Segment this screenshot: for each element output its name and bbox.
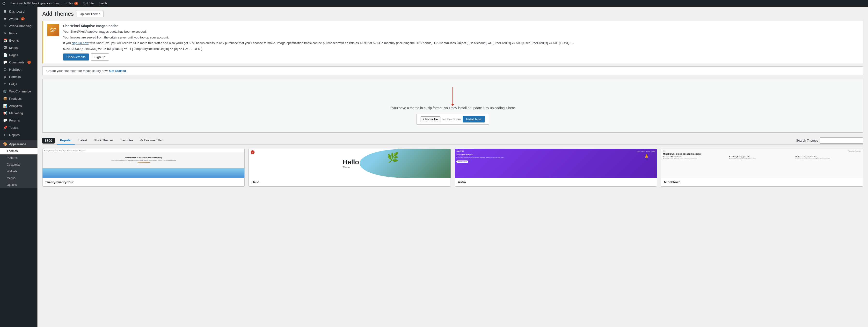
sidebar-item-avada[interactable]: ★ Avada 3 <box>0 15 37 22</box>
sidebar-item-label: Comments <box>9 60 24 64</box>
sidebar-item-analytics[interactable]: 📊 Analytics <box>0 102 37 109</box>
theme-info-4: Mindblown <box>661 178 863 186</box>
sidebar-item-avada-branding[interactable]: ☆ Avada Branding <box>0 22 37 30</box>
sidebar-item-marketing[interactable]: 📢 Marketing <box>0 109 37 117</box>
marketing-icon: 📢 <box>3 111 7 115</box>
theme-1-button <box>137 162 150 163</box>
theme-4-preview: TTG Philosophy ▾ Recently ▾ Mindblown: a… <box>661 149 863 178</box>
sidebar-item-comments[interactable]: 💬 Comments 1 <box>0 59 37 66</box>
sidebar-item-replies[interactable]: ↩ Replies <box>0 131 37 138</box>
sidebar-item-label: Dashboard <box>9 10 25 13</box>
wp-logo-icon[interactable]: ⚙ <box>2 1 6 6</box>
sidebar-item-widgets[interactable]: Widgets <box>0 168 37 175</box>
upload-zone-text: If you have a theme in a .zip format, yo… <box>50 106 855 110</box>
sidebar-item-patterns[interactable]: Patterns <box>0 155 37 161</box>
sidebar-item-label: Avada <box>9 17 18 21</box>
theme-4-col-text-1: Aristotle's take on ethics examines the … <box>663 158 728 159</box>
theme-card-astra[interactable]: ⊛ ASTRA Home About Services Contact Your… <box>455 148 657 187</box>
theme-2-tagline: Theme <box>342 166 359 169</box>
sidebar-item-options[interactable]: Options <box>0 182 37 188</box>
topics-icon: 📌 <box>3 126 7 130</box>
admin-bar-events[interactable]: Events <box>97 2 108 5</box>
signup-link[interactable]: sign-up now <box>71 41 89 45</box>
upload-theme-button[interactable]: Upload Theme <box>76 11 103 17</box>
sidebar-item-posts[interactable]: ✏ Posts <box>0 30 37 37</box>
sidebar-item-customize[interactable]: Customize <box>0 161 37 168</box>
info-bar: Create your first folder for media libra… <box>42 66 863 75</box>
theme-info-2: Hello <box>249 178 451 186</box>
theme-2-text-block: Hello Theme <box>340 158 359 169</box>
theme-thumbnail-3: ⊛ ASTRA Home About Services Contact Your… <box>455 149 657 178</box>
sidebar-item-pages[interactable]: 📄 Pages <box>0 51 37 59</box>
signup-button[interactable]: Sign-up <box>91 54 109 60</box>
theme-4-col-text-3: A major vision defining philosophy and r… <box>796 158 861 159</box>
sidebar-item-portfolio[interactable]: ◈ Portfolio <box>0 73 37 80</box>
products-icon: 📦 <box>3 97 7 101</box>
theme-3-nav-about: About <box>642 151 645 152</box>
appearance-icon: 🎨 <box>3 142 7 146</box>
analytics-icon: 📊 <box>3 104 7 108</box>
theme-card-twenty-twenty-four[interactable]: Twenty Twenty Four Home Pages Patterns T… <box>42 148 245 187</box>
theme-4-title: Mindblown: a blog about philosophy. <box>663 153 861 155</box>
sidebar-item-topics[interactable]: 📌 Topics <box>0 124 37 131</box>
sidebar-item-label: WooCommerce <box>9 89 31 93</box>
admin-bar-new[interactable]: + New 3 <box>64 2 79 5</box>
widgets-label: Widgets <box>7 170 17 173</box>
choose-file-button[interactable]: Choose file <box>421 116 440 122</box>
tab-feature-filter[interactable]: ⚙ Feature Filter <box>137 137 166 144</box>
theme-1-nav-home: Home <box>59 150 62 152</box>
sidebar-item-hubspot[interactable]: ⬡ HubSpot <box>0 66 37 73</box>
sidebar-item-dashboard[interactable]: ⊞ Dashboard <box>0 8 37 15</box>
theme-4-col-title-2: Tao Te Ching (Daodejing) by Lao Tzu <box>729 156 795 158</box>
theme-2-logo: E <box>251 150 254 154</box>
sidebar-item-themes[interactable]: Themes <box>0 148 37 155</box>
tab-latest[interactable]: Latest <box>75 137 90 144</box>
sidebar-item-media[interactable]: 🖼 Media <box>0 44 37 51</box>
theme-name-2: Hello <box>252 180 448 184</box>
tab-popular[interactable]: Popular <box>57 137 75 144</box>
theme-name-3: Astra <box>458 180 654 184</box>
install-now-button[interactable]: Install Now <box>463 116 485 122</box>
admin-bar-site-name[interactable]: Fashionable Kitchen Appliances Brand <box>10 2 61 5</box>
check-credits-button[interactable]: Check credits <box>63 54 89 60</box>
themes-label: Themes <box>7 149 18 153</box>
comments-icon: 💬 <box>3 60 7 64</box>
theme-3-cta: Make a Website <box>456 161 468 163</box>
theme-3-content: Your idea matters Pulvinar arcu at torto… <box>456 154 655 176</box>
notice-text-4: 5368709000 [UsedCDN] => 95461 [Status] =… <box>63 47 859 51</box>
notice-text-3: If you sign-up now with ShortPixel you w… <box>63 40 859 46</box>
sidebar-item-products[interactable]: 📦 Products <box>0 95 37 102</box>
sidebar-item-woocommerce[interactable]: 🛒 WooCommerce <box>0 88 37 95</box>
faqs-icon: ? <box>3 82 7 86</box>
notice-title: ShortPixel Adaptive Images notice <box>63 24 859 28</box>
sidebar-item-faqs[interactable]: ? FAQs <box>0 80 37 88</box>
shortpixel-notice: SP ShortPixel Adaptive Images notice You… <box>42 21 863 63</box>
theme-card-mindblown[interactable]: TTG Philosophy ▾ Recently ▾ Mindblown: a… <box>661 148 863 187</box>
info-bar-text: Create your first folder for media libra… <box>46 69 108 73</box>
replies-icon: ↩ <box>3 133 7 137</box>
comments-badge: 1 <box>27 61 31 64</box>
forums-icon: 💬 <box>3 118 7 122</box>
theme-thumbnail-2: E Hello Theme 🌿 <box>249 149 451 178</box>
events-icon: 📅 <box>3 38 7 43</box>
sidebar-item-forums[interactable]: 💬 Forums <box>0 117 37 124</box>
theme-1-image <box>42 168 244 178</box>
theme-3-preview: ⊛ ASTRA Home About Services Contact Your… <box>455 149 657 178</box>
get-started-link[interactable]: Get Started <box>109 69 126 73</box>
tab-favorites[interactable]: Favorites <box>117 137 136 144</box>
theme-2-image: 🌿 <box>360 149 451 178</box>
sidebar-item-events[interactable]: 📅 Events <box>0 37 37 44</box>
tab-block-themes[interactable]: Block Themes <box>90 137 117 144</box>
theme-card-hello[interactable]: E Hello Theme 🌿 Hello <box>248 148 451 187</box>
sidebar-item-menus[interactable]: Menus <box>0 175 37 182</box>
avada-branding-icon: ☆ <box>3 24 7 28</box>
admin-bar-edit-site[interactable]: Edit Site <box>82 2 95 5</box>
notice-icon-container: SP <box>47 24 59 36</box>
theme-2-hello-text: Hello <box>342 158 359 166</box>
sidebar-item-appearance[interactable]: 🎨 Appearance <box>0 140 37 148</box>
theme-3-logo: ⊛ ASTRA <box>456 150 464 152</box>
sidebar-item-label: Analytics <box>9 104 22 108</box>
search-themes-input[interactable] <box>820 137 863 143</box>
theme-4-col-title-1: Nicomachean Ethics by Aristotle <box>663 156 728 158</box>
theme-search: Search Themes <box>796 137 863 143</box>
